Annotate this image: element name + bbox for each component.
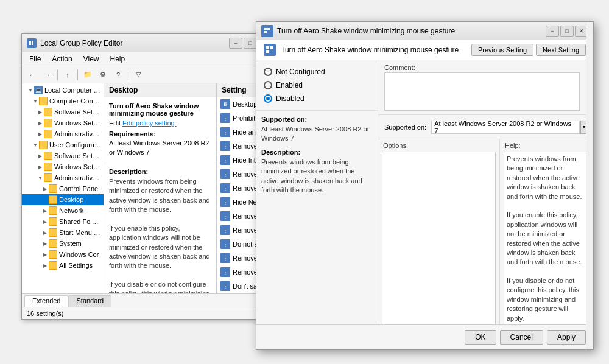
dialog-header-icon	[264, 44, 276, 56]
next-setting-button[interactable]: Next Setting	[536, 44, 586, 56]
radio-label-enabled: Enabled	[276, 81, 303, 89]
back-button[interactable]: ←	[26, 68, 39, 82]
lgpe-titlebar: Local Group Policy Editor − □ ✕	[22, 34, 276, 52]
supported-section: Supported on: At least Windows Server 20…	[378, 115, 593, 139]
tree-label: Computer Configura...	[49, 97, 101, 105]
tree-label: Windows Setting	[54, 163, 101, 170]
tree-item-windows-setting-2[interactable]: ▶ Windows Setting	[22, 161, 104, 172]
lgpe-maximize-button[interactable]: □	[244, 38, 257, 49]
radio-label-not-configured: Not Configured	[276, 68, 325, 76]
tree-item-desktop[interactable]: Desktop	[22, 194, 104, 205]
help-scrollbar[interactable]	[586, 60, 593, 324]
tree-toggle: ▶	[41, 185, 49, 192]
up-button[interactable]: ↑	[61, 68, 74, 82]
show-hide-button[interactable]: 📁	[81, 68, 94, 82]
menu-view[interactable]: View	[79, 54, 104, 65]
tree-item-system[interactable]: ▶ System	[22, 238, 104, 249]
supported-value: At least Windows Server 2008 R2 or Windo…	[434, 121, 577, 134]
settings-icon: ⋮	[220, 183, 230, 193]
tree-item-all-settings[interactable]: ▶ All Settings	[22, 260, 104, 271]
tree-item-computer-config[interactable]: ▼ Computer Configura...	[22, 96, 104, 107]
dialog-title: Turn off Aero Shake window minimizing mo…	[277, 27, 455, 35]
dialog-left-description: Supported on: At least Windows Server 20…	[256, 111, 378, 324]
edit-policy-link[interactable]: Edit policy setting.	[122, 119, 177, 127]
lgpe-menu-bar: File Action View Help	[22, 52, 276, 66]
dialog-icon	[261, 25, 273, 37]
menu-help[interactable]: Help	[105, 54, 130, 65]
desc-left-section: Description: Prevents windows from being…	[261, 149, 373, 195]
cancel-button[interactable]: Cancel	[500, 330, 543, 345]
tree-label: Shared Folder	[59, 218, 101, 225]
tree-label: Start Menu a...	[59, 229, 101, 236]
settings-icon: ⋮	[220, 253, 230, 263]
previous-setting-button[interactable]: Previous Setting	[471, 44, 533, 56]
radio-circle-disabled	[264, 94, 272, 103]
tree-toggle: ▼	[27, 86, 34, 94]
details-panel: Desktop Turn off Aero Shake window minim…	[104, 83, 217, 293]
folder-icon	[49, 184, 57, 193]
radio-disabled[interactable]: Disabled	[264, 94, 370, 103]
comment-textarea[interactable]	[384, 72, 580, 111]
tree-item-admin-templates-1[interactable]: ▶ Administrative Te	[22, 128, 104, 139]
radio-circle-not-configured	[264, 68, 272, 76]
ok-button[interactable]: OK	[465, 330, 496, 345]
settings-icon: ⋮	[220, 141, 230, 151]
properties-button[interactable]: ⚙	[96, 68, 110, 82]
tree-item-admin-templates-2[interactable]: ▼ Administrative Te	[22, 172, 104, 183]
forward-button[interactable]: →	[41, 68, 54, 82]
details-policy-info: Turn off Aero Shake window minimizing mo…	[104, 97, 216, 163]
tree-item-network[interactable]: ▶ Network	[22, 205, 104, 216]
tree-item-local-computer-policy[interactable]: ▼ 💻 Local Computer Policy	[22, 85, 104, 96]
description-text: Prevents windows from being minimized or…	[109, 177, 211, 293]
tree-item-start-menu[interactable]: ▶ Start Menu a...	[22, 227, 104, 238]
tree-item-software-settings-1[interactable]: ▶ Software Settings	[22, 107, 104, 117]
tree-toggle: ▶	[41, 262, 49, 269]
desc-text: Prevents windows from being minimized or…	[261, 158, 373, 195]
settings-text: Desktop	[233, 100, 257, 108]
options-help-section: Options: Help: Prevents windows from bei…	[378, 139, 593, 324]
menu-action[interactable]: Action	[47, 54, 77, 65]
status-text: 16 setting(s)	[27, 310, 64, 317]
tab-standard[interactable]: Standard	[68, 295, 111, 307]
settings-icon: ⋮	[220, 113, 230, 123]
filter-button[interactable]: ▽	[132, 68, 145, 82]
tree-toggle: ▶	[37, 108, 44, 116]
tree-item-control-panel[interactable]: ▶ Control Panel	[22, 183, 104, 194]
tree-label: Administrative Te	[54, 130, 101, 138]
tree-label: Software Settings	[54, 152, 101, 159]
tree-item-user-config[interactable]: ▼ User Configuration	[22, 139, 104, 150]
lgpe-minimize-button[interactable]: −	[229, 38, 242, 49]
folder-icon	[49, 250, 57, 259]
tree-toggle: ▶	[37, 119, 44, 127]
folder-icon	[49, 261, 57, 270]
settings-icon: ⋮	[220, 281, 230, 291]
computer-icon: 💻	[34, 86, 43, 94]
tree-toggle: ▶	[41, 229, 49, 236]
svg-rect-11	[270, 46, 273, 49]
help-button[interactable]: ?	[111, 68, 125, 82]
details-policy-title: Turn off Aero Shake window minimizing mo…	[109, 102, 211, 117]
tab-extended[interactable]: Extended	[24, 295, 68, 307]
dialog-minimize-button[interactable]: −	[546, 26, 559, 37]
tree-toggle: ▶	[37, 152, 44, 159]
radio-not-configured[interactable]: Not Configured	[264, 68, 370, 76]
svg-rect-4	[32, 43, 33, 45]
tree-label: All Settings	[59, 262, 93, 269]
tree-label: Administrative Te	[54, 174, 101, 181]
radio-enabled[interactable]: Enabled	[264, 81, 370, 89]
tree-item-shared-folders[interactable]: ▶ Shared Folder	[22, 216, 104, 227]
tree-label: Windows Setting	[54, 119, 101, 127]
tree-label: Windows Cor	[59, 251, 99, 258]
settings-icon: ⋮	[220, 169, 230, 179]
requirements-title: Requirements:	[109, 130, 211, 138]
tree-item-windows-setting-1[interactable]: ▶ Windows Setting	[22, 117, 104, 128]
options-section: Options:	[378, 139, 500, 324]
dialog-maximize-button[interactable]: □	[560, 26, 574, 37]
comment-section: Comment:	[378, 60, 586, 114]
tree-item-windows-components[interactable]: ▶ Windows Cor	[22, 249, 104, 260]
dialog-nav-buttons: Previous Setting Next Setting	[471, 44, 586, 56]
menu-file[interactable]: File	[24, 54, 46, 65]
apply-button[interactable]: Apply	[547, 330, 586, 345]
tree-item-software-settings-2[interactable]: ▶ Software Settings	[22, 150, 104, 161]
tree-label: Software Settings	[54, 108, 101, 116]
